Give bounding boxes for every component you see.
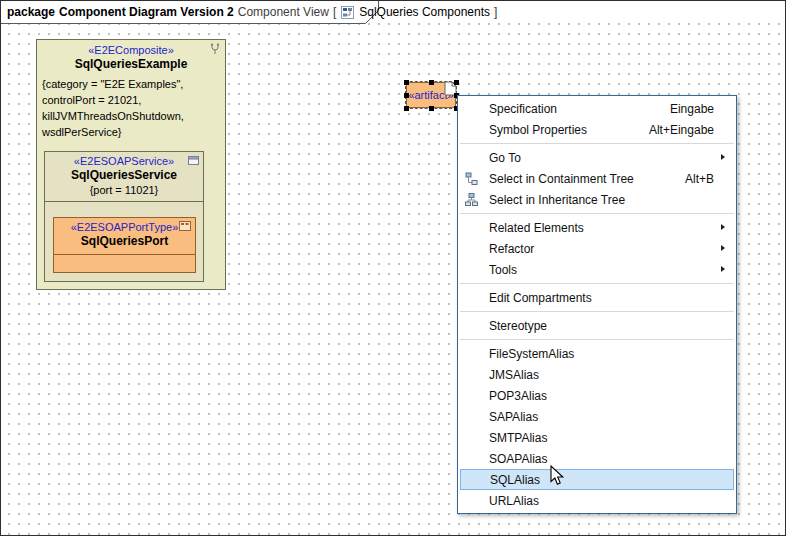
compartment-separator [54,254,195,255]
composite-icon [209,43,221,55]
menu-icon-gutter [465,452,489,466]
menu-item-label: Go To [489,151,521,165]
menu-item-edit-compartments[interactable]: Edit Compartments [460,287,734,308]
menu-icon-gutter [465,221,489,235]
compartment-separator [45,201,203,202]
menu-item-shortcut: Alt+Eingabe [649,123,728,137]
frame-package-keyword: package [7,5,55,19]
selection-handle[interactable] [404,80,409,85]
port-type-name: SqlQueriesPort [54,233,195,248]
component-sqlqueriesexample[interactable]: «E2EComposite» SqlQueriesExample {catego… [36,39,226,290]
menu-item-label: SAPAlias [489,410,538,424]
diagram-editor-window: package Component Diagram Version 2 Comp… [0,0,786,536]
menu-item-label: Symbol Properties [489,123,587,137]
frame-bracket-close: ] [494,5,497,19]
menu-item-smtpalias[interactable]: SMTPAlias [460,427,734,448]
frame-context-label: Component View [238,5,329,19]
menu-item-tools[interactable]: Tools [460,259,734,280]
selection-handle[interactable] [429,80,434,85]
submenu-arrow-icon [721,245,725,251]
menu-item-label: SQLAlias [490,473,540,487]
menu-item-pop3alias[interactable]: POP3Alias [460,385,734,406]
menu-icon-gutter [465,263,489,277]
menu-separator [460,213,734,214]
service-icon [188,155,199,166]
submenu-arrow-icon [721,154,725,160]
composite-properties: {category = "E2E Examples", controlPort … [37,71,225,140]
menu-item-label: Select in Inheritance Tree [489,193,625,207]
property-line: killJVMThreadsOnShutdown, [42,108,225,124]
context-menu: SpecificationEingabeSymbol PropertiesAlt… [457,95,737,514]
menu-icon-gutter [465,102,489,116]
menu-item-label: SMTPAlias [489,431,547,445]
menu-icon-gutter [465,151,489,165]
menu-item-label: URLAlias [489,494,539,508]
menu-item-specification[interactable]: SpecificationEingabe [460,98,734,119]
menu-item-select-in-inheritance-tree[interactable]: Select in Inheritance Tree [460,189,734,210]
menu-item-label: Tools [489,263,517,277]
menu-item-label: Refactor [489,242,534,256]
frame-bracket-open: [ [333,5,336,19]
menu-item-label: Specification [489,102,557,116]
menu-icon-gutter [465,494,489,508]
menu-item-label: Select in Containment Tree [489,172,634,186]
property-line: controlPort = 21021, [42,92,225,108]
menu-icon-gutter [465,431,489,445]
menu-separator [460,283,734,284]
menu-item-filesystemalias[interactable]: FileSystemAlias [460,343,734,364]
menu-item-go-to[interactable]: Go To [460,147,734,168]
frame-package-name: Component Diagram Version 2 [59,5,234,19]
menu-item-related-elements[interactable]: Related Elements [460,217,734,238]
service-port-property: {port = 11021} [45,182,203,196]
menu-icon-gutter [466,473,490,487]
service-name: SqlQueriesService [45,167,203,182]
menu-icon-gutter [465,319,489,333]
composite-stereotype: «E2EComposite» [37,40,225,56]
service-stereotype: «E2ESOAPService» [45,152,203,167]
menu-item-label: Edit Compartments [489,291,592,305]
menu-item-soapalias[interactable]: SOAPAlias [460,448,734,469]
menu-icon-gutter [465,291,489,305]
artifact-selection[interactable]: «artifact» [404,80,459,111]
menu-item-shortcut: Alt+B [685,172,728,186]
submenu-arrow-icon [721,224,725,230]
menu-icon-gutter [465,389,489,403]
composite-name: SqlQueriesExample [37,56,225,71]
component-sqlqueriesservice[interactable]: «E2ESOAPService» SqlQueriesService {port… [44,151,204,282]
menu-item-sqlalias[interactable]: SQLAlias [460,469,734,490]
port-type-stereotype: «E2ESOAPPortType» [54,218,195,233]
selection-handle[interactable] [454,80,459,85]
containment-tree-icon [465,172,489,186]
menu-item-jmsalias[interactable]: JMSAlias [460,364,734,385]
selection-handle[interactable] [429,106,434,111]
frame-diagram-name: SqlQueries Components [359,5,490,19]
menu-item-label: Stereotype [489,319,547,333]
menu-separator [460,311,734,312]
menu-item-refactor[interactable]: Refactor [460,238,734,259]
component-sqlqueriesport[interactable]: «E2ESOAPPortType» SqlQueriesPort [53,217,196,273]
menu-icon-gutter [465,123,489,137]
menu-icon-gutter [465,368,489,382]
menu-item-stereotype[interactable]: Stereotype [460,315,734,336]
menu-item-label: JMSAlias [489,368,539,382]
menu-item-label: POP3Alias [489,389,547,403]
component-diagram-icon [341,6,354,19]
mouse-cursor [550,465,565,487]
menu-item-label: FileSystemAlias [489,347,574,361]
selection-handle[interactable] [404,93,409,98]
menu-item-label: SOAPAlias [489,452,547,466]
menu-separator [460,339,734,340]
menu-icon-gutter [465,410,489,424]
menu-item-urlalias[interactable]: URLAlias [460,490,734,511]
menu-item-sapalias[interactable]: SAPAlias [460,406,734,427]
menu-item-label: Related Elements [489,221,584,235]
menu-item-symbol-properties[interactable]: Symbol PropertiesAlt+Eingabe [460,119,734,140]
menu-icon-gutter [465,347,489,361]
diagram-frame-header: package Component Diagram Version 2 Comp… [1,1,383,24]
inheritance-tree-icon [465,193,489,207]
property-line: wsdlPerService} [42,124,225,140]
menu-separator [460,143,734,144]
frame-header-text: package Component Diagram Version 2 Comp… [7,1,497,23]
selection-handle[interactable] [404,106,409,111]
menu-item-select-in-containment-tree[interactable]: Select in Containment TreeAlt+B [460,168,734,189]
